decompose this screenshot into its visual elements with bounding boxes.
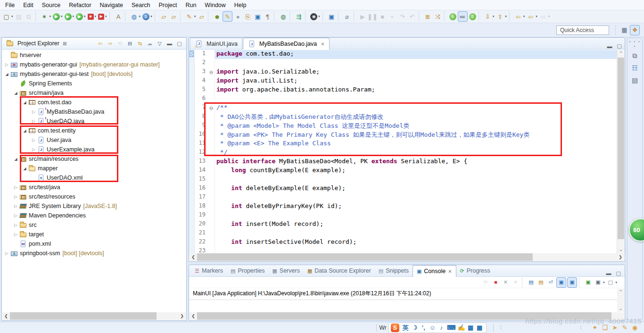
project-explorer-tab[interactable]: Project Explorer ⊠ [4, 40, 68, 47]
record-icon[interactable]: ● [233, 11, 242, 22]
expand-arrow-icon[interactable]: ▷ [13, 204, 19, 208]
clear-console-icon[interactable]: ▤ [527, 277, 536, 288]
bottom-tab-console[interactable]: ▣Console✕ [413, 265, 456, 277]
spring-tools-icon[interactable]: S [469, 11, 477, 22]
close-tab-icon[interactable]: ✕ [448, 269, 452, 274]
scroll-left-icon[interactable]: ❮ [190, 314, 197, 318]
bottom-tab-snippets[interactable]: ▤Snippets [375, 265, 413, 276]
new-java-element-icon[interactable]: A [114, 11, 123, 22]
bottom-tab-markers[interactable]: ☰Markers [191, 265, 227, 276]
console-vscrollbar[interactable]: ⌃⌄ [617, 289, 624, 312]
ime-soft-keyboard-icon[interactable]: ⌨ [446, 323, 457, 333]
suspend-icon[interactable]: ❚❚ [368, 11, 377, 22]
explorer-hscrollbar[interactable]: ❮ ❯ [2, 312, 186, 320]
expand-arrow-icon[interactable]: ▷ [4, 251, 10, 256]
expand-arrow-icon[interactable]: ▷ [13, 185, 19, 190]
scroll-up-icon[interactable]: ⌃ [617, 50, 625, 57]
terminate-process-icon[interactable]: ■ [491, 277, 500, 288]
tree-item-mybatis-generator-gui-test[interactable]: ◢Smybatis-generator-gui-test[boot] [devt… [2, 69, 186, 79]
tree-item-spring-elements[interactable]: Spring Elements [2, 79, 186, 88]
user-profile-icon[interactable]: ◉▾ [310, 11, 321, 22]
menu-window[interactable]: Window [200, 0, 230, 10]
editor-tab-mybatisbasedao-java[interactable]: JMyBatisBaseDao.java✕ [243, 38, 330, 50]
ime-toolbox-icon[interactable]: ▩ [475, 323, 484, 333]
editor-vscrollbar[interactable]: ⌃ ⌄ [617, 50, 625, 253]
explorer-up-icon[interactable]: ⟲ [116, 38, 124, 49]
toggle-mark-occurrences-icon[interactable]: ✎ [223, 11, 232, 22]
run-remote-icon[interactable]: ⇶ [294, 11, 303, 22]
bottom-tab-progress[interactable]: ⟳Progress [456, 265, 494, 276]
tree-item-target[interactable]: ▷target [2, 230, 186, 239]
stop-icon[interactable]: ■▾ [87, 11, 97, 22]
web-service-wizard-icon[interactable]: ◍▾ [130, 11, 141, 22]
ime-skin-icon[interactable]: ▦ [466, 323, 475, 333]
save-icon[interactable]: ▤ [15, 11, 24, 22]
boot-dashboard-icon[interactable]: ≔ [458, 11, 468, 22]
maximize-console-icon[interactable]: ▢ [616, 270, 621, 276]
maximize-editor-icon[interactable]: ▢ [617, 43, 622, 49]
minimize-console-icon[interactable]: ▬ [606, 270, 611, 276]
show-whitespace-box-icon[interactable]: ▣ [253, 11, 262, 22]
explorer-forward-icon[interactable]: ⇨ [106, 38, 115, 49]
bottom-tab-data-source-explorer[interactable]: ▦Data Source Explorer [304, 265, 375, 276]
tree-item-pom-xml[interactable]: Mpom.xml [2, 239, 186, 249]
open-type-icon[interactable]: ▱ [159, 11, 168, 22]
ime-emoji-icon[interactable]: ☺ [428, 323, 437, 333]
minimize-view-icon[interactable]: ▬ [165, 38, 174, 49]
skip-breakpoints-icon[interactable]: ≣ [423, 11, 432, 22]
maximize-view-icon[interactable]: ▢ [175, 38, 184, 49]
word-wrap-icon[interactable]: ⏎ [546, 277, 555, 288]
status-notebook-icon[interactable]: ❏ [602, 324, 608, 331]
bottom-tab-properties[interactable]: ▤Properties [227, 265, 268, 276]
tree-item-mybatis-generator-gui[interactable]: ▷Mmybatis-generator-gui[mybatis-generato… [2, 60, 186, 69]
save-all-icon[interactable]: ⧉ [25, 11, 33, 22]
soap-wizard-icon[interactable]: S▾ [142, 11, 153, 22]
menu-navigate[interactable]: Navigate [96, 0, 127, 10]
menu-source[interactable]: Source [38, 0, 65, 10]
menu-refactor[interactable]: Refactor [65, 0, 95, 10]
status-edit-icon[interactable]: ✎ [622, 324, 627, 331]
new-wizard-icon[interactable]: ▢▾ [2, 11, 14, 22]
last-edit-location-icon[interactable]: ⇦▾ [514, 11, 526, 22]
menu-help[interactable]: Help [230, 0, 251, 10]
import-folder-icon[interactable]: ▱ [197, 11, 206, 22]
remove-all-launches-icon[interactable]: ✕ [511, 277, 520, 288]
ime-half-moon-icon[interactable]: ☽ [410, 323, 419, 333]
annotate-icon[interactable]: ✎▾ [185, 11, 197, 22]
collapse-all-icon[interactable]: ⊟ [125, 38, 134, 49]
tree-item-jre-system-library[interactable]: ▷JRE System Library[JavaSE-1.8] [2, 201, 186, 211]
menu-run[interactable]: Run [181, 0, 200, 10]
scroll-left-icon[interactable]: ❮ [2, 314, 10, 318]
drag-handle[interactable]: ▪ ▪ ▪ ▪ [627, 38, 642, 49]
profile-icon[interactable]: ▶▾ [98, 11, 107, 22]
pull-up-icon[interactable]: ⇧▾ [495, 11, 507, 22]
javaee-perspective-icon[interactable]: ❖ [630, 25, 640, 35]
view-menu-icon[interactable]: ▽ [155, 38, 164, 49]
notifications-off-icon[interactable]: ⌀ [343, 11, 352, 22]
templates-view-icon[interactable]: ▤ [629, 75, 641, 85]
show-on-output-icon[interactable]: ▣ [567, 277, 577, 288]
ime-voice-icon[interactable]: ♪ [437, 323, 446, 333]
editor-hscrollbar[interactable]: ❮ ❯ [190, 253, 624, 261]
menu-search[interactable]: Search [127, 0, 155, 10]
scroll-down-icon[interactable]: ⌄ [617, 246, 625, 253]
tree-item-src-test-resources[interactable]: ▷src/test/resources [2, 192, 186, 201]
run-icon[interactable]: ▶▾ [52, 11, 63, 22]
disconnect-icon[interactable]: ⌁ [388, 11, 397, 22]
scroll-right-icon[interactable]: ❯ [178, 314, 186, 318]
scroll-lock-icon[interactable]: ▤ [537, 277, 545, 288]
forward-icon[interactable]: ⇨▾ [539, 11, 551, 22]
close-view-icon[interactable]: ⊠ [63, 41, 66, 46]
status-share-icon[interactable]: ➤ [612, 324, 618, 331]
minimize-editor-icon[interactable]: ▬ [607, 43, 612, 49]
expand-arrow-icon[interactable]: ◢ [13, 157, 19, 161]
expand-arrow-icon[interactable]: ◢ [4, 72, 10, 76]
tree-item-springboot-ssm[interactable]: ▷Sspringboot-ssm[boot] [devtools] [2, 249, 186, 258]
spring-boot-icon[interactable]: b [449, 11, 457, 22]
expand-arrow-icon[interactable]: ▷ [13, 213, 19, 218]
open-perspective-icon[interactable]: ▦ [620, 25, 629, 35]
step-into-icon[interactable]: ↷ [398, 11, 407, 22]
expand-arrow-icon[interactable]: ▷ [13, 223, 19, 227]
outline-view-icon[interactable]: ☷ [629, 63, 641, 73]
menu-project[interactable]: Project [155, 0, 182, 10]
